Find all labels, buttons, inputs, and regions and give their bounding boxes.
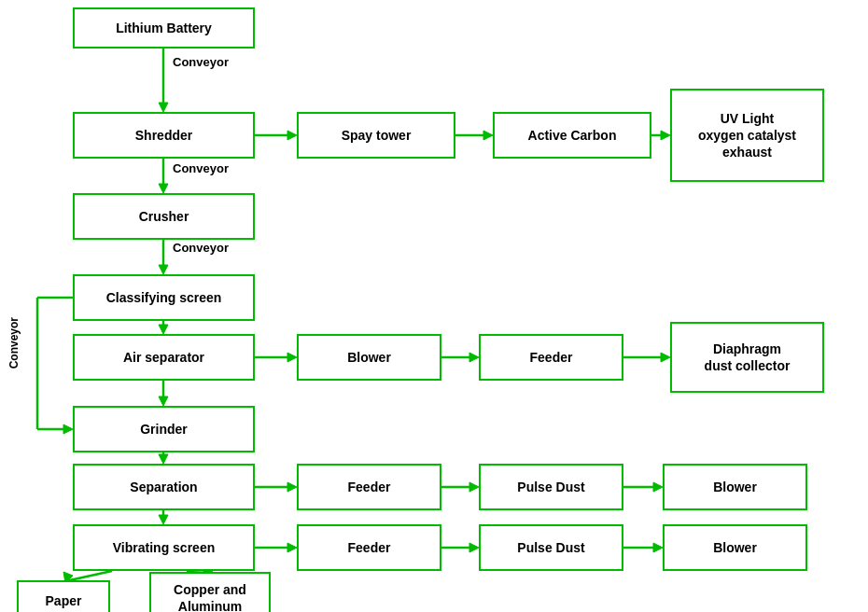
- lithium-battery-box: Lithium Battery: [73, 7, 255, 49]
- svg-marker-41: [653, 543, 663, 552]
- crusher-box: Crusher: [73, 193, 255, 240]
- svg-marker-27: [159, 454, 168, 464]
- svg-marker-25: [63, 424, 73, 434]
- spay-tower-box: Spay tower: [297, 112, 455, 159]
- blower1-box: Blower: [297, 334, 441, 381]
- svg-marker-33: [653, 482, 663, 492]
- svg-marker-15: [287, 353, 297, 362]
- conveyor-label-3: Conveyor: [173, 241, 229, 255]
- grinder-box: Grinder: [73, 406, 255, 452]
- svg-marker-17: [469, 353, 479, 362]
- conveyor-label-2: Conveyor: [173, 161, 229, 175]
- blower2-box: Blower: [663, 464, 807, 510]
- svg-marker-5: [483, 131, 493, 140]
- svg-marker-35: [159, 515, 168, 524]
- conveyor-label-4: Conveyor: [7, 317, 21, 369]
- svg-marker-39: [469, 543, 479, 552]
- active-carbon-box: Active Carbon: [493, 112, 651, 159]
- uv-light-box: UV Lightoxygen catalystexhaust: [670, 89, 824, 182]
- air-separator-box: Air separator: [73, 334, 255, 381]
- conveyor-label-1: Conveyor: [173, 55, 229, 69]
- svg-marker-11: [159, 265, 168, 274]
- svg-marker-3: [287, 131, 297, 140]
- svg-marker-1: [159, 103, 168, 112]
- blower3-box: Blower: [663, 524, 807, 571]
- feeder1-box: Feeder: [479, 334, 623, 381]
- copper-aluminum-box: Copper andAluminum: [149, 572, 271, 612]
- separation-box: Separation: [73, 464, 255, 510]
- feeder2-box: Feeder: [297, 464, 441, 510]
- svg-marker-29: [287, 482, 297, 492]
- process-diagram: Lithium Battery Shredder Spay tower Acti…: [0, 0, 868, 612]
- svg-marker-13: [159, 325, 168, 334]
- pulse-dust2-box: Pulse Dust: [479, 524, 623, 571]
- svg-marker-21: [159, 396, 168, 406]
- svg-marker-19: [661, 353, 670, 362]
- svg-marker-7: [661, 131, 670, 140]
- diaphragm-box: Diaphragmdust collector: [670, 322, 824, 393]
- classifying-screen-box: Classifying screen: [73, 274, 255, 321]
- paper-box: Paper: [17, 580, 110, 612]
- shredder-box: Shredder: [73, 112, 255, 159]
- svg-marker-37: [287, 543, 297, 552]
- svg-marker-9: [159, 184, 168, 193]
- vibrating-screen-box: Vibrating screen: [73, 524, 255, 571]
- svg-marker-31: [469, 482, 479, 492]
- feeder3-box: Feeder: [297, 524, 441, 571]
- pulse-dust1-box: Pulse Dust: [479, 464, 623, 510]
